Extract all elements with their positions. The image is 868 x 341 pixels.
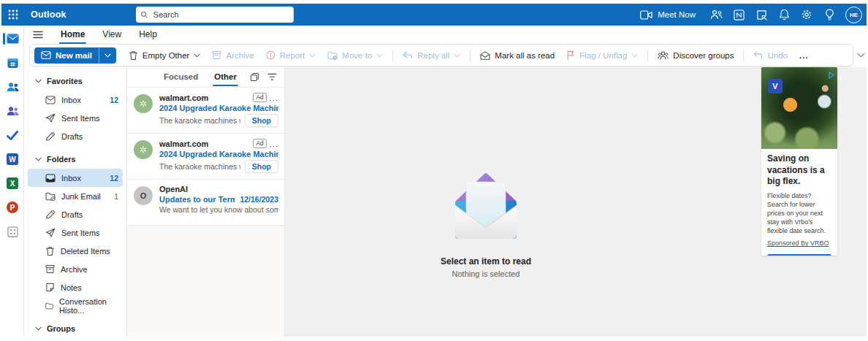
mark-all-as-read-button[interactable]: Mark all as read [475, 47, 560, 64]
ad-image[interactable]: V [761, 67, 837, 149]
select-multiple-icon [250, 72, 259, 82]
mark-all-as-read-label: Mark all as read [495, 51, 555, 60]
excel-icon: X [7, 177, 18, 189]
rail-teams-button[interactable] [1, 104, 23, 118]
ad-text: Flexible dates? Search for lower prices … [767, 191, 831, 236]
nav-toggle-button[interactable] [24, 31, 52, 39]
folder-inbox[interactable]: Inbox 12 [28, 169, 123, 187]
shop-button[interactable]: Shop [245, 114, 278, 127]
groups-section-header[interactable]: Groups [24, 319, 126, 337]
favorite-inbox[interactable]: Inbox 12 [28, 91, 123, 109]
topbar: Outlook Meet Now [1, 4, 867, 26]
undo-label: Undo [767, 51, 788, 60]
ad-headline: Saving on vacations is a big flex. [767, 153, 831, 188]
message-preview: We want to let you know about som... [159, 205, 278, 214]
subject-text: Updates to our Terms ... [159, 195, 235, 204]
ad-sponsored-link[interactable]: Sponsored By VRBO [767, 240, 829, 247]
people-icon [7, 82, 19, 92]
archive-icon [45, 264, 55, 274]
report-button[interactable]: Report [261, 47, 321, 64]
toolbar-overflow-button[interactable]: ... [794, 47, 814, 64]
flag-icon [566, 50, 575, 60]
archive-button[interactable]: Archive [207, 47, 259, 64]
tab-focused-label: Focused [164, 72, 198, 81]
message-more-button[interactable]: ... [270, 141, 278, 147]
reading-pane: Select an item to read Nothing is select… [285, 67, 867, 337]
folder-label: Drafts [61, 132, 83, 141]
calendar-icon [7, 58, 18, 69]
select-messages-button[interactable] [250, 72, 259, 82]
notifications-button[interactable] [777, 8, 791, 21]
favorite-drafts[interactable]: Drafts [28, 127, 123, 145]
folder-notes[interactable]: Notes [28, 278, 123, 296]
meet-now-button[interactable]: Meet Now [640, 10, 696, 20]
flag-unflag-button[interactable]: Flag / Unflag [561, 47, 643, 64]
empty-subtitle: Nothing is selected [427, 269, 544, 278]
new-mail-label: New mail [56, 51, 92, 60]
folder-junk-email[interactable]: Junk Email 1 [28, 187, 123, 205]
shop-button[interactable]: Shop [245, 160, 278, 173]
inbox-icon [45, 96, 56, 104]
rail-word-button[interactable]: W [1, 152, 23, 166]
onenote-button[interactable] [732, 8, 745, 21]
avatar-initial: O [140, 191, 147, 200]
rail-mail-button[interactable] [1, 31, 23, 46]
book-now-button[interactable]: Book Now [767, 254, 831, 256]
rail-calendar-button[interactable] [1, 55, 23, 70]
tab-focused[interactable]: Focused [161, 67, 201, 87]
adchoices-icon[interactable] [828, 69, 835, 82]
notes-button[interactable] [755, 8, 768, 21]
toolbar-divider [647, 50, 648, 61]
vrbo-logo: V [768, 79, 783, 93]
archive-icon [212, 50, 221, 60]
favorite-sent-items[interactable]: Sent Items [28, 109, 123, 127]
folders-section-header[interactable]: Folders [24, 150, 126, 169]
folder-label: Drafts [61, 210, 83, 219]
discover-groups-button[interactable]: Discover groups [652, 47, 739, 64]
new-mail-dropdown[interactable] [99, 47, 116, 64]
message-row[interactable]: walmart.com Ad ... 2024 Upgraded Karaoke… [127, 134, 284, 180]
ribbon-collapse-button[interactable] [857, 47, 865, 61]
filter-button[interactable] [267, 73, 277, 81]
walmart-spark-icon [140, 100, 147, 107]
tab-other[interactable]: Other [211, 67, 240, 87]
folder-sent-items[interactable]: Sent Items [28, 223, 123, 242]
reply-all-button[interactable]: Reply all [397, 47, 465, 64]
search-input[interactable] [152, 9, 289, 20]
message-row[interactable]: walmart.com Ad ... 2024 Upgraded Karaoke… [127, 88, 284, 134]
tab-home[interactable]: Home [52, 27, 94, 42]
teams-button[interactable] [709, 8, 723, 21]
new-mail-button[interactable]: New mail [34, 47, 116, 64]
message-more-button[interactable]: ... [270, 95, 278, 101]
folder-archive[interactable]: Archive [28, 260, 123, 278]
move-to-button[interactable]: Move to [322, 47, 388, 64]
favorites-section-header[interactable]: Favorites [24, 72, 126, 91]
tips-button[interactable] [823, 8, 836, 21]
undo-icon [753, 51, 763, 59]
meet-now-label: Meet Now [658, 10, 696, 19]
rail-powerpoint-button[interactable]: P [1, 200, 23, 215]
rail-excel-button[interactable]: X [1, 176, 23, 191]
tab-help[interactable]: Help [130, 27, 166, 42]
message-row[interactable]: O OpenAI Updates to our Terms ... 12/16/… [127, 180, 284, 226]
rail-people-button[interactable] [1, 80, 23, 94]
folder-label: Sent Items [61, 229, 100, 237]
account-avatar[interactable]: HE [845, 7, 862, 23]
settings-button[interactable] [800, 8, 813, 21]
empty-other-button[interactable]: Empty Other [123, 47, 206, 64]
sender-avatar [134, 94, 153, 113]
folder-conversation-history[interactable]: Conversation Histo... [28, 296, 123, 315]
sponsored-ad-card: V Saving on vacations is a big flex. Fle… [761, 67, 837, 256]
chevron-down-icon [194, 53, 200, 58]
ad-body: Saving on vacations is a big flex. Flexi… [761, 149, 837, 256]
search-box[interactable] [136, 7, 294, 23]
rail-todo-button[interactable] [1, 128, 23, 142]
folder-drafts[interactable]: Drafts [28, 205, 123, 223]
undo-button[interactable]: Undo [748, 47, 793, 64]
rail-more-apps-button[interactable] [1, 224, 23, 239]
outlook-window: Outlook Meet Now [0, 0, 868, 341]
app-launcher-button[interactable] [1, 4, 25, 26]
tab-view[interactable]: View [94, 27, 130, 42]
chevron-down-icon [35, 157, 42, 161]
folder-deleted-items[interactable]: Deleted Items [28, 242, 123, 260]
